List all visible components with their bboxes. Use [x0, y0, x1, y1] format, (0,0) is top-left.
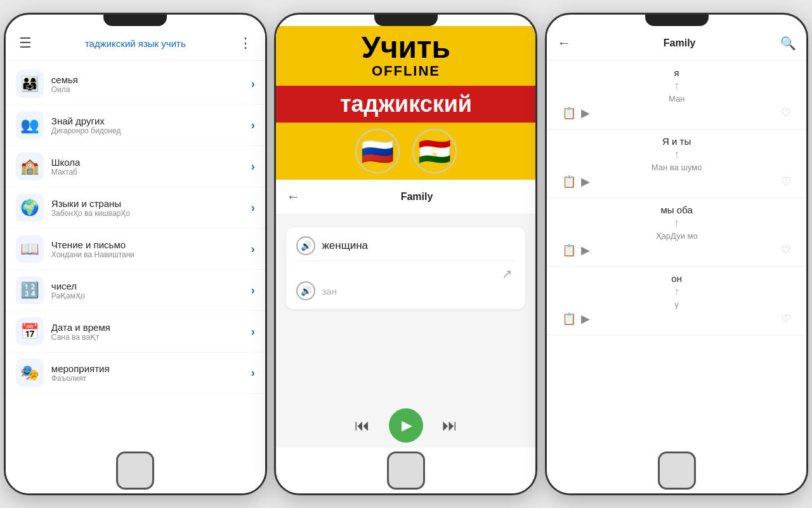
menu-item-5[interactable]: 🔢 чисел РаҚамҲо › [6, 270, 265, 311]
play-icon-3[interactable]: ▶ [581, 312, 590, 326]
menu-item-2[interactable]: 🏫 Школа Мактаб › [6, 146, 265, 187]
menu-item-arrow-4: › [251, 243, 255, 256]
menu-list: 👨‍👩‍👧 семья Оила › 👥 Знай других Дигарон… [6, 61, 265, 396]
phone-bottom-left [6, 448, 265, 493]
vocab-body: 🔊 женщина ↗ 🔊 зан [276, 215, 535, 399]
more-icon[interactable]: ⋮ [236, 35, 255, 51]
heart-icon-0[interactable]: ♡ [781, 106, 791, 120]
card-icon-3[interactable]: 📋 [562, 312, 576, 326]
family-arrow-0: ↑ [557, 79, 796, 93]
menu-item-icon-4: 📖 [16, 235, 44, 263]
card-icon-2[interactable]: 📋 [562, 243, 576, 257]
play-icon-2[interactable]: ▶ [581, 243, 590, 257]
menu-item-3[interactable]: 🌍 Языки и страны ЗабонҲо ва кишварҲо › [6, 187, 265, 229]
family-item-2: мы оба ↑ ҲарДуи мо 📋 ▶ ♡ [547, 198, 806, 267]
family-word-2: мы оба [557, 204, 796, 215]
vocab-divider [296, 260, 515, 261]
menu-item-title-6: Дата и время [51, 322, 251, 333]
home-button-mid[interactable] [387, 451, 425, 490]
phone-mid-screen: Учить OFFLINE таджикский 🇷🇺 🇹🇯 ← Family … [276, 26, 535, 448]
menu-item-icon-6: 📅 [16, 318, 44, 345]
menu-item-1[interactable]: 👥 Знай других Дигаронро бидонед › [6, 105, 265, 146]
menu-item-sub-2: Мактаб [51, 168, 251, 177]
menu-item-title-3: Языки и страны [51, 198, 251, 209]
menu-item-text-4: Чтение и письмо Хондани ва Навиштани [51, 239, 251, 259]
menu-item-arrow-3: › [251, 201, 255, 215]
phone-right: ← Family 🔍 я ↑ Ман 📋 ▶ ♡ Я и ты ↑ Ман ва… [545, 13, 808, 495]
menu-item-text-5: чисел РаҚамҲо [51, 281, 251, 300]
vocab-word-row-2: 🔊 зан [296, 281, 515, 300]
home-button-right[interactable] [658, 451, 696, 490]
menu-item-arrow-6: › [251, 325, 255, 338]
hamburger-icon[interactable]: ☰ [16, 35, 35, 51]
menu-item-0[interactable]: 👨‍👩‍👧 семья Оила › [6, 64, 265, 105]
menu-item-icon-2: 🏫 [16, 152, 44, 180]
menu-item-arrow-1: › [251, 119, 255, 132]
phone-left-screen: ☰ таджикский язык учить ⋮ 👨‍👩‍👧 семья Ои… [6, 26, 265, 448]
card-icon-0[interactable]: 📋 [562, 106, 576, 120]
menu-item-sub-6: Сана ва ваҚт [51, 333, 251, 342]
card-icon-1[interactable]: 📋 [562, 175, 576, 189]
sound-button-1[interactable]: 🔊 [296, 236, 315, 255]
vocab-controls: ⏮ ▶ ⏭ [276, 399, 535, 448]
menu-item-text-7: мероприятия Фаъолият [51, 363, 251, 383]
vocab-back-button[interactable]: ← [286, 189, 300, 205]
banner-offline: OFFLINE [282, 63, 529, 79]
banner-lang-text: таджикский [276, 91, 535, 117]
family-item-1: Я и ты ↑ Ман ва шумо 📋 ▶ ♡ [547, 130, 806, 198]
sound-button-2[interactable]: 🔊 [296, 281, 315, 300]
menu-item-text-2: Школа Мактаб [51, 157, 251, 177]
vocab-card: 🔊 женщина ↗ 🔊 зан [286, 227, 525, 309]
banner-top: Учить OFFLINE [276, 26, 535, 86]
menu-item-text-6: Дата и время Сана ва ваҚт [51, 322, 251, 342]
heart-icon-1[interactable]: ♡ [781, 175, 791, 189]
arrow-up-icon: ↗ [296, 266, 513, 281]
menu-item-4[interactable]: 📖 Чтение и письмо Хондани ва Навиштани › [6, 229, 265, 270]
family-action-left-0: 📋 ▶ [562, 106, 590, 120]
family-word-0: я [557, 67, 796, 78]
play-icon-0[interactable]: ▶ [581, 106, 590, 120]
play-button[interactable]: ▶ [389, 408, 423, 443]
menu-item-title-1: Знай других [51, 116, 251, 126]
phone-right-screen: ← Family 🔍 я ↑ Ман 📋 ▶ ♡ Я и ты ↑ Ман ва… [547, 26, 806, 448]
family-actions-3: 📋 ▶ ♡ [557, 309, 796, 328]
menu-item-7[interactable]: 🎭 мероприятия Фаъолият › [6, 352, 265, 394]
vocab-title: Family [308, 191, 525, 203]
heart-icon-2[interactable]: ♡ [781, 243, 791, 257]
next-button[interactable]: ⏭ [442, 417, 457, 434]
menu-item-text-1: Знай других Дигаронро бидонед [51, 116, 251, 135]
play-icon: ▶ [402, 417, 412, 434]
family-action-left-2: 📋 ▶ [562, 243, 590, 257]
menu-item-arrow-2: › [251, 160, 255, 173]
phone-bottom-mid [276, 448, 535, 493]
family-list: я ↑ Ман 📋 ▶ ♡ Я и ты ↑ Ман ва шумо 📋 ▶ ♡ [547, 61, 806, 448]
family-trans-0: Ман [557, 94, 796, 104]
vocab-trans-1: зан [322, 286, 337, 297]
family-arrow-1: ↑ [557, 148, 796, 161]
menu-item-icon-7: 🎭 [16, 359, 44, 387]
family-back-button[interactable]: ← [557, 35, 571, 51]
family-item-0: я ↑ Ман 📋 ▶ ♡ [547, 61, 806, 130]
family-actions-1: 📋 ▶ ♡ [557, 172, 796, 191]
home-button-left[interactable] [116, 451, 154, 490]
family-action-left-1: 📋 ▶ [562, 175, 590, 189]
play-icon-1[interactable]: ▶ [581, 175, 590, 189]
flag-tajikistan: 🇹🇯 [412, 129, 457, 173]
menu-item-arrow-5: › [251, 284, 255, 297]
menu-item-6[interactable]: 📅 Дата и время Сана ва ваҚт › [6, 311, 265, 352]
menu-item-sub-5: РаҚамҲо [51, 291, 251, 300]
menu-item-sub-4: Хондани ва Навиштани [51, 250, 251, 259]
vocab-header: ← Family [276, 180, 535, 215]
banner-title: Учить [282, 32, 529, 63]
family-word-1: Я и ты [557, 136, 796, 147]
prev-button[interactable]: ⏮ [355, 417, 370, 434]
menu-item-title-2: Школа [51, 157, 251, 168]
family-actions-0: 📋 ▶ ♡ [557, 104, 796, 123]
menu-item-title-5: чисел [51, 281, 251, 291]
family-search-button[interactable]: 🔍 [780, 36, 796, 51]
family-action-left-3: 📋 ▶ [562, 312, 590, 326]
family-arrow-3: ↑ [557, 285, 796, 298]
heart-icon-3[interactable]: ♡ [781, 312, 791, 326]
menu-item-arrow-7: › [251, 366, 255, 380]
phone-notch-left [103, 15, 167, 26]
